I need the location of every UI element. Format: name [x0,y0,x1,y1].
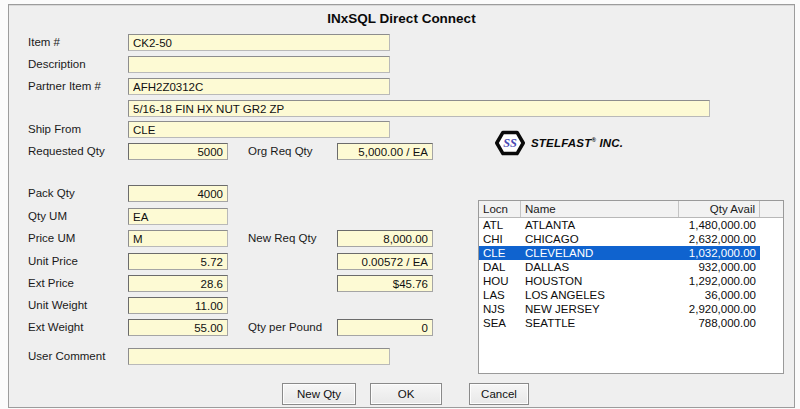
cell-name: CLEVELAND [521,246,679,260]
cell-qty-avail: 788,000.00 [679,316,760,330]
cell-locn: ATL [479,218,521,232]
cell-locn: LAS [479,288,521,302]
ext-price-total-input[interactable] [337,275,433,292]
locations-table: Locn Name Qty Avail ATL ATLANTA 1,480,00… [478,200,784,374]
new-req-qty-input[interactable] [337,230,433,247]
ext-price-input[interactable] [128,275,228,292]
cell-locn: CHI [479,232,521,246]
cell-name: ATLANTA [521,218,679,232]
ok-button[interactable]: OK [370,383,442,405]
column-header-filler [760,201,783,217]
ext-weight-label: Ext Weight [28,319,83,336]
locations-table-header: Locn Name Qty Avail [479,201,783,218]
direct-connect-dialog: INxSQL Direct Connect Item # Description… [8,4,795,408]
stelfast-logo: SS STELFAST® INC. [495,128,623,158]
new-req-qty-label: New Req Qty [248,230,316,247]
column-header-locn[interactable]: Locn [479,201,521,217]
cell-name: CHICAGO [521,232,679,246]
cancel-button[interactable]: Cancel [469,383,529,405]
item-description-input[interactable] [128,100,710,117]
user-comment-input[interactable] [128,348,390,365]
partner-item-label: Partner Item # [28,78,101,95]
cell-qty-avail: 1,480,000.00 [679,218,760,232]
cell-name: LOS ANGELES [521,288,679,302]
price-um-input[interactable] [128,230,228,247]
org-req-qty-input[interactable] [337,143,433,160]
ext-weight-input[interactable] [128,319,228,336]
cell-locn: DAL [479,260,521,274]
table-row-cle-selected[interactable]: CLE CLEVELAND 1,032,000.00 [479,246,783,260]
table-row-las[interactable]: LAS LOS ANGELES 36,000.00 [479,288,783,302]
qty-um-label: Qty UM [28,208,67,225]
table-row-sea[interactable]: SEA SEATTLE 788,000.00 [479,316,783,330]
ship-from-input[interactable] [128,121,390,138]
item-number-label: Item # [28,34,60,51]
ship-from-label: Ship From [28,121,81,138]
qty-um-input[interactable] [128,208,228,225]
description-input[interactable] [128,56,390,73]
requested-qty-label: Requested Qty [28,143,105,160]
cell-locn: NJS [479,302,521,316]
cell-locn: SEA [479,316,521,330]
table-row-chi[interactable]: CHI CHICAGO 2,632,000.00 [479,232,783,246]
cell-locn: CLE [479,246,521,260]
ext-price-label: Ext Price [28,275,74,292]
cell-locn: HOU [479,274,521,288]
logo-wordmark: STELFAST® INC. [531,137,623,149]
table-row-dal[interactable]: DAL DALLAS 932,000.00 [479,260,783,274]
qty-per-pound-label: Qty per Pound [248,319,322,336]
logo-monogram: SS [503,136,517,150]
cell-qty-avail: 2,632,000.00 [679,232,760,246]
unit-weight-input[interactable] [128,297,228,314]
requested-qty-input[interactable] [128,143,228,160]
price-um-label: Price UM [28,230,75,247]
cell-name: SEATTLE [521,316,679,330]
new-qty-button[interactable]: New Qty [282,383,356,405]
description-label: Description [28,56,86,73]
item-number-input[interactable] [128,34,390,51]
dialog-title: INxSQL Direct Connect [9,11,794,26]
unit-price-converted-input[interactable] [337,253,433,270]
user-comment-label: User Comment [28,348,105,365]
column-header-qty-avail[interactable]: Qty Avail [679,201,760,217]
logo-name: STELFAST [531,137,591,149]
pack-qty-label: Pack Qty [28,185,75,202]
cell-qty-avail: 36,000.00 [679,288,760,302]
qty-per-pound-input[interactable] [337,319,433,336]
cell-name: NEW JERSEY [521,302,679,316]
cell-qty-avail: 932,000.00 [679,260,760,274]
table-row-atl[interactable]: ATL ATLANTA 1,480,000.00 [479,218,783,232]
cell-name: HOUSTON [521,274,679,288]
logo-suffix: INC. [596,137,623,149]
unit-weight-label: Unit Weight [28,297,87,314]
table-row-njs[interactable]: NJS NEW JERSEY 2,920,000.00 [479,302,783,316]
unit-price-label: Unit Price [28,253,78,270]
unit-price-input[interactable] [128,253,228,270]
cell-name: DALLAS [521,260,679,274]
partner-item-input[interactable] [128,78,390,95]
org-req-qty-label: Org Req Qty [248,143,313,160]
table-row-hou[interactable]: HOU HOUSTON 1,292,000.00 [479,274,783,288]
cell-qty-avail: 1,032,000.00 [679,246,760,260]
column-header-name[interactable]: Name [521,201,679,217]
hex-nut-icon: SS [495,128,525,158]
cell-qty-avail: 1,292,000.00 [679,274,760,288]
pack-qty-input[interactable] [128,185,228,202]
cell-qty-avail: 2,920,000.00 [679,302,760,316]
